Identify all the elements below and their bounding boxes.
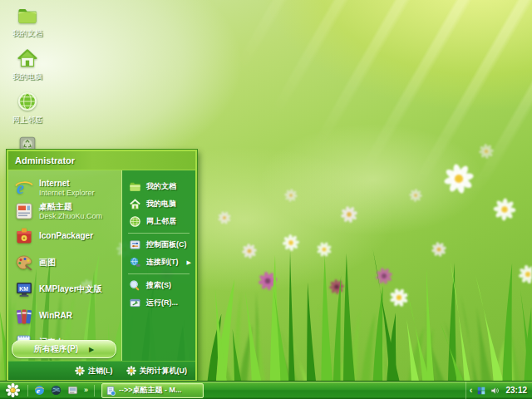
- taskbar-separator: [94, 385, 95, 397]
- menu-item-search[interactable]: 搜索(S): [122, 277, 195, 294]
- menu-item-subtitle: Internet Explorer: [39, 189, 95, 197]
- daisy-flower-icon: [126, 366, 136, 376]
- desktop-icon-label: 我的文档: [12, 28, 42, 39]
- menu-item-label: 我的电脑: [146, 199, 176, 209]
- menu-item-kmplayer[interactable]: KM KMPlayer中文版: [8, 276, 121, 303]
- turn-off-button[interactable]: 关闭计算机(U): [126, 366, 188, 377]
- menu-item-run[interactable]: 运行(R)...: [122, 294, 195, 312]
- menu-item-zhuoku-theme[interactable]: 桌酷主题Desk.ZhuoKu.Com: [8, 200, 121, 223]
- my-computer-house-icon: [16, 47, 39, 70]
- system-tray: ‹ 23:12: [466, 382, 532, 399]
- taskbar-task-button[interactable]: -->>桌酷主题 - M...: [101, 383, 204, 398]
- menu-item-title: IconPackager: [39, 231, 93, 241]
- desktop-icon-my-documents[interactable]: 我的文档: [2, 3, 53, 39]
- start-menu-header: Administrator: [8, 151, 195, 170]
- quick-launch-bar: e »: [31, 385, 91, 396]
- all-programs-label: 所有程序(P): [34, 343, 78, 355]
- start-menu-pinned-list: e InternetInternet Explorer 桌酷主题Desk.Zhu…: [8, 170, 122, 361]
- task-button-label: -->>桌酷主题 - M...: [119, 385, 182, 396]
- start-menu-places-list: 我的文档 我的电脑 网上邻居 控制面板(C) 连接到(T): [122, 170, 195, 361]
- show-desktop-icon[interactable]: [67, 385, 78, 396]
- start-button[interactable]: [0, 382, 25, 399]
- menu-item-my-computer[interactable]: 我的电脑: [122, 195, 195, 213]
- network-places-globe-icon: [129, 215, 141, 228]
- menu-item-iconpackager[interactable]: IconPackager: [8, 223, 121, 249]
- daisy-flower-icon: [75, 366, 85, 376]
- menu-item-my-documents[interactable]: 我的文档: [122, 178, 195, 195]
- menu-separator: [128, 273, 190, 274]
- control-panel-icon: [129, 239, 141, 251]
- menu-item-label: 连接到(T): [146, 257, 179, 268]
- menu-item-winrar[interactable]: WinRAR: [8, 303, 121, 329]
- run-window-icon: [129, 297, 141, 309]
- menu-item-network-places[interactable]: 网上邻居: [122, 213, 195, 230]
- menu-item-title: KMPlayer中文版: [39, 284, 102, 294]
- taskbar-separator: [27, 385, 28, 397]
- svg-text:e: e: [17, 179, 24, 197]
- my-documents-folder-icon: [16, 3, 39, 27]
- all-programs-button[interactable]: 所有程序(P) ▶: [12, 340, 116, 358]
- start-menu-body: e InternetInternet Explorer 桌酷主题Desk.Zhu…: [8, 170, 195, 361]
- my-computer-house-icon: [129, 198, 141, 210]
- network-places-globe-icon: [16, 90, 39, 113]
- desktop-icon-label: 网上邻居: [12, 115, 42, 126]
- menu-item-title: 桌酷主题: [39, 202, 102, 212]
- desktop-screen: 我的文档 我的电脑 网上邻居 回收站 Administrator e Inter…: [0, 0, 532, 399]
- internet-explorer-icon: e: [14, 178, 34, 198]
- start-menu-footer: 注销(L) 关闭计算机(U): [8, 361, 195, 380]
- document-browser-icon: [106, 386, 116, 396]
- menu-item-label: 我的文档: [146, 181, 176, 192]
- menu-item-paint[interactable]: 画图: [8, 249, 121, 276]
- zhuoku-theme-icon: [14, 201, 34, 221]
- menu-item-subtitle: Desk.ZhuoKu.Com: [39, 212, 102, 220]
- desktop-icon-my-computer[interactable]: 我的电脑: [2, 47, 53, 82]
- menu-item-control-panel[interactable]: 控制面板(C): [122, 236, 195, 254]
- volume-speaker-icon[interactable]: [490, 386, 500, 396]
- menu-item-title: WinRAR: [39, 311, 72, 321]
- dark-globe-browser-icon[interactable]: [51, 385, 62, 396]
- desktop-icon-network-places[interactable]: 网上邻居: [2, 90, 53, 126]
- desktop-icon-label: 我的电脑: [12, 71, 42, 82]
- paint-palette-icon: [14, 253, 34, 273]
- kmplayer-icon: KM: [14, 279, 34, 299]
- user-name: Administrator: [15, 155, 75, 165]
- menu-item-label: 运行(R)...: [146, 298, 178, 308]
- my-documents-folder-icon: [129, 180, 141, 193]
- start-menu: Administrator e InternetInternet Explore…: [7, 150, 197, 382]
- menu-item-title: Internet: [39, 179, 95, 189]
- menu-item-connect-to[interactable]: 连接到(T) ▶: [122, 254, 195, 271]
- taskbar: e » -->>桌酷主题 - M... ‹ 23:12: [0, 381, 532, 399]
- iconpackager-icon: [14, 226, 34, 246]
- search-magnifier-icon: [129, 279, 141, 292]
- svg-text:KM: KM: [19, 286, 28, 292]
- menu-item-title: 画图: [39, 258, 56, 268]
- daisy-flower-icon: [6, 383, 20, 397]
- hide-icons-chevron[interactable]: ‹: [470, 386, 473, 395]
- menu-separator: [128, 233, 190, 234]
- all-programs-arrow-icon: ▶: [89, 346, 94, 353]
- menu-item-label: 网上邻居: [146, 216, 176, 227]
- winrar-books-icon: [14, 306, 34, 326]
- network-blue-icon[interactable]: [476, 386, 486, 396]
- log-off-label: 注销(L): [88, 366, 113, 377]
- menu-item-internet-explorer[interactable]: e InternetInternet Explorer: [8, 176, 121, 200]
- log-off-button[interactable]: 注销(L): [75, 366, 113, 377]
- tray-clock[interactable]: 23:12: [505, 386, 527, 395]
- menu-item-label: 搜索(S): [146, 280, 171, 291]
- connect-to-globe-icon: [129, 256, 141, 268]
- menu-item-label: 控制面板(C): [146, 239, 187, 250]
- quick-launch-overflow-chevron[interactable]: »: [84, 387, 88, 394]
- turn-off-label: 关闭计算机(U): [140, 366, 188, 377]
- submenu-arrow-icon: ▶: [187, 259, 191, 266]
- internet-explorer-icon[interactable]: e: [34, 385, 45, 396]
